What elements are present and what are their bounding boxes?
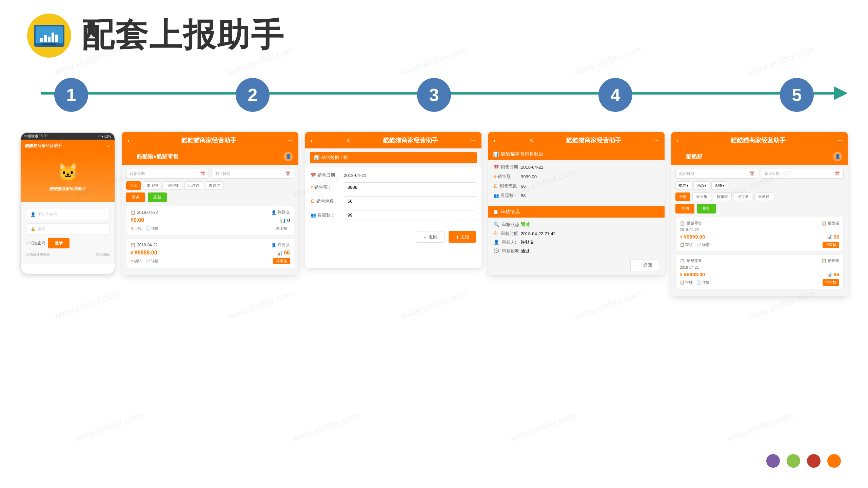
back-button[interactable]: ← 返回	[416, 231, 445, 243]
refresh-button-5[interactable]: 刷新	[697, 204, 716, 214]
filter-pending-5[interactable]: 待审核	[713, 192, 732, 201]
sales-input[interactable]	[344, 182, 476, 192]
query-button-5[interactable]: 查询	[675, 204, 694, 214]
step-4: 4	[598, 78, 632, 112]
chart-icon: 📊	[314, 155, 319, 160]
password-field[interactable]: 🔒 密码	[26, 223, 110, 235]
review-count-icon: 🗒	[494, 184, 498, 189]
chevron-down-icon-3: ▾	[723, 184, 724, 187]
mgmt-card1-review[interactable]: 📋 审核	[680, 242, 693, 248]
logo-icon	[34, 25, 64, 47]
review-icon: 📋	[493, 209, 499, 215]
visitor-icon: 👥	[311, 212, 316, 218]
data-card-1: 📋 2018-04-22 👤 许财义 ¥0.00 📊 0	[126, 206, 294, 236]
review-sales-row: ¥ 销售额: 9999.00	[494, 174, 659, 180]
screen-3-upload: ‹ ✕ 酷酷猫商家经营助手 ··· 📊 销售数据上报 📅 销售日期: 2018-…	[305, 132, 481, 268]
back-icon-5[interactable]: ‹	[677, 137, 679, 144]
comment-row: 💬 审核说明: 通过	[494, 248, 659, 254]
screen-4-review: ‹ ✕ 酷酷猫商家经营助手 ··· 📊 酷酷猫零售销售数据 📅 销售日期: 20…	[488, 132, 665, 275]
bar1	[40, 38, 43, 42]
more-icon-4[interactable]: ···	[654, 137, 659, 144]
filter-passed[interactable]: 已过通	[184, 181, 203, 190]
card2-row1: 📋 2018-04-21 👤 许财义	[131, 242, 290, 248]
filter-failed[interactable]: 未通过	[205, 181, 224, 190]
card2-actions: ✏ 编辑 📄 详情 待审核	[131, 258, 290, 264]
app-subheader-5: 🏷 酷酷猫 👤	[671, 148, 848, 165]
back-icon-3[interactable]: ‹	[311, 137, 313, 144]
upload-button[interactable]: ⬆ 上报	[449, 231, 476, 243]
data-card-2: 📋 2018-04-21 👤 许财义 ¥ ¥8888.00 📊	[126, 238, 294, 268]
card1-detail[interactable]: 📄 详情	[146, 225, 159, 232]
status-label: 🔍 审核状态:	[494, 222, 521, 228]
review-date-label: 📅 销售日期:	[494, 164, 521, 170]
mgmt-card2-status: 待审核	[823, 279, 839, 286]
query-button[interactable]: 查询	[126, 192, 145, 202]
screens-section: 中国联通 15:00 ✓ ♥ 62% 酷酷猫商家经营助手 ··· 🐱 酷酷猫商家…	[0, 119, 868, 310]
close-icon-4[interactable]: ✕	[529, 137, 533, 144]
mgmt-filters: 楼层 ▾ 业态 ▾ 店铺 ▾	[675, 181, 844, 190]
upload-icon: ⬆	[455, 235, 459, 240]
refresh-button[interactable]: 刷新	[148, 192, 167, 202]
store-select[interactable]: 店铺 ▾	[711, 181, 727, 190]
filter-all[interactable]: 全部	[126, 181, 141, 190]
floor-select[interactable]: 楼层 ▾	[675, 181, 691, 190]
more-icon-5[interactable]: ···	[837, 137, 842, 144]
mgmt-card2-review[interactable]: 📋 审核	[680, 279, 693, 286]
step-1: 1	[54, 78, 88, 112]
timeline-steps: 1 2 3 4 5	[41, 78, 827, 112]
count-label: 🗒 销售笔数:	[311, 198, 341, 204]
close-icon-3[interactable]: ✕	[346, 137, 350, 144]
mobile-links: 短信验证码登录 忘记密码	[26, 252, 110, 257]
time-row: ⏱ 审核时间: 2018-04-22 21:42	[494, 230, 659, 237]
user-icon: 👤	[31, 212, 36, 217]
mgmt-card1-detail[interactable]: 📄 详情	[697, 242, 710, 248]
card2-detail[interactable]: 📄 详情	[146, 258, 159, 264]
mgmt-card2-actions: 📋 审核 📄 详情 待审核	[680, 279, 839, 286]
chart-bars	[40, 33, 58, 42]
time-label: ⏱ 审核时间:	[494, 230, 521, 237]
store-icon: 🏷	[127, 153, 134, 160]
mgmt-card2-detail[interactable]: 📄 详情	[697, 279, 710, 286]
lock-icon: 🔒	[31, 227, 36, 231]
app-header-4: ‹ ✕ 酷酷猫商家经营助手 ···	[488, 132, 665, 148]
more-icon-3[interactable]: ···	[471, 137, 476, 144]
login-button[interactable]: 登录	[48, 238, 70, 248]
filter-not-uploaded[interactable]: 未上报	[143, 181, 162, 190]
end-date[interactable]: 截止日期 📅	[212, 169, 294, 179]
date-form-row: 📅 销售日期: 2018-04-21	[311, 172, 476, 178]
start-date[interactable]: 起始日期 📅	[126, 169, 209, 179]
filter-all-5[interactable]: 全部	[675, 192, 690, 201]
mobile-hero: 🐱 酷酷猫商家经营助手	[21, 152, 115, 202]
sales-label: ¥ 销售额:	[311, 184, 341, 190]
filter-pending[interactable]: 待审核	[164, 181, 182, 190]
login-actions: ✓ 记住密码 登录	[26, 238, 110, 248]
filter-passed-5[interactable]: 已过通	[734, 192, 752, 201]
more-icon[interactable]: ···	[288, 137, 293, 144]
back-icon[interactable]: ‹	[127, 137, 130, 144]
end-date-5[interactable]: 截止日期 📅	[761, 169, 844, 179]
bottom-dots	[766, 454, 841, 468]
back-icon-4[interactable]: ‹	[494, 137, 496, 144]
phone-field[interactable]: 👤 手机号/账号	[26, 209, 110, 220]
bar4	[52, 33, 54, 42]
chevron-down-icon-2: ▾	[705, 184, 706, 187]
mgmt-card1-actions: 📋 审核 📄 详情 待审核	[680, 242, 839, 248]
filter-failed-5[interactable]: 未通过	[754, 192, 773, 201]
start-date-5[interactable]: 起始日期 📅	[675, 169, 758, 179]
mgmt-card1-store2: 📋 酷酷猫	[822, 221, 839, 226]
action-row-5: 查询 刷新	[675, 204, 844, 214]
bar5	[55, 35, 58, 42]
card2-row2: ¥ ¥8888.00 📊 66	[131, 250, 290, 256]
review-back-button[interactable]: ← 返回	[630, 260, 659, 271]
card2-edit[interactable]: ✏ 编辑	[131, 258, 142, 264]
type-select[interactable]: 业态 ▾	[693, 181, 709, 190]
app-content-2: 起始日期 📅 截止日期 📅 全部 未上报 待审核 已过通 未通过 查询 刷新	[122, 165, 298, 275]
review-status-content: 🔍 审核状态: 通过 ⏱ 审核时间: 2018-04-22 21:42 👤	[488, 218, 665, 275]
count-input[interactable]	[344, 196, 476, 206]
filter-not-uploaded-5[interactable]: 未上报	[692, 192, 711, 201]
card1-upload[interactable]: ⬆ 上报	[131, 225, 142, 232]
visitor-input[interactable]	[344, 210, 476, 220]
count-form-row: 🗒 销售笔数:	[311, 196, 476, 206]
screen-2-sales-list: ‹ 酷酷猫商家经营助手 ··· 🏷 酷酷猫●酷猫零售 👤 起始日期 📅 截止日期…	[122, 132, 298, 275]
review-count-label: 🗒 销售笔数:	[494, 183, 521, 189]
